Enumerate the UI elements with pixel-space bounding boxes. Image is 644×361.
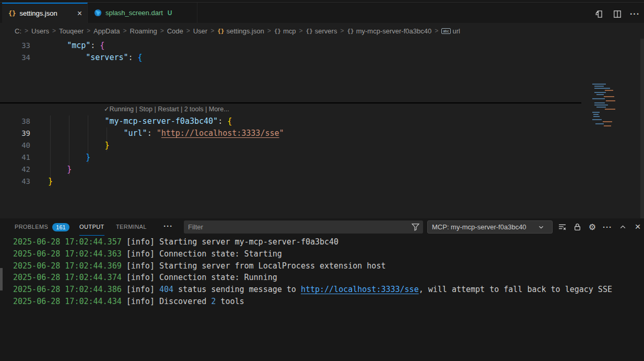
codelens-separator: | [179, 106, 184, 113]
editor-line[interactable]: 39 "url": "http://localhost:3333/sse" [0, 127, 585, 139]
line-number: 40 [0, 139, 30, 152]
minimap[interactable] [585, 83, 618, 127]
codelens-command[interactable]: ✓Running [104, 106, 134, 113]
breadcrumb-item-touqeer[interactable]: Touqeer [59, 27, 84, 35]
codelens-command[interactable]: 2 tools [184, 106, 204, 113]
editor-line[interactable]: 42 } [0, 164, 585, 176]
line-number: 43 [0, 176, 30, 188]
breadcrumb-separator: > [210, 27, 214, 34]
vscode-window: {} settings.json × splash_screen.dart U [0, 0, 644, 361]
filter-input[interactable] [184, 220, 423, 234]
lock-icon[interactable] [571, 220, 583, 234]
close-panel-icon[interactable]: × [631, 220, 644, 234]
log-text: , will attempt to fall back to legacy SS… [419, 285, 612, 294]
line-number: 38 [0, 115, 30, 127]
breadcrumb-item-roaming[interactable]: Roaming [130, 27, 157, 35]
breadcrumb-label: Roaming [130, 27, 157, 35]
tab-label: PROBLEMS [15, 218, 48, 236]
line-number: 33 [0, 40, 30, 52]
editor-line[interactable]: 33 "mcp": { [0, 40, 585, 52]
json-symbol-icon: {} [217, 28, 224, 34]
breadcrumb-label: url [453, 27, 460, 35]
code-token: " [157, 129, 161, 138]
output-log-line: 2025-06-28 17:02:44.434 [info] Discovere… [13, 296, 244, 308]
breadcrumb-label: my-mcp-server-f0a3bc40 [356, 27, 432, 35]
more-actions-icon[interactable]: ··· [630, 9, 640, 19]
breadcrumb-item-mcp[interactable]: {}mcp [274, 27, 296, 35]
code-token: } [67, 165, 72, 174]
breadcrumb-item-appdata[interactable]: AppData [93, 27, 120, 35]
editor-line[interactable]: 38 "my-mcp-server-f0a3bc40": { [0, 115, 585, 127]
breadcrumb-item-url[interactable]: abcurl [441, 27, 460, 35]
output-channel-select[interactable]: MCP: my-mcp-server-f0a3bc40 [427, 220, 553, 234]
breadcrumb-label: AppData [93, 27, 120, 35]
breadcrumb-item-my-mcp-server-f0a3bc40[interactable]: {}my-mcp-server-f0a3bc40 [347, 27, 431, 35]
breadcrumb-label: mcp [283, 27, 296, 35]
log-text: [info] [122, 285, 159, 294]
breadcrumb-separator: > [435, 27, 438, 34]
codelens-separator: | [153, 106, 158, 113]
left-scrollbar-strip[interactable] [0, 268, 3, 290]
code-token: "mcp" [67, 41, 90, 50]
breadcrumb-item-code[interactable]: Code [167, 27, 183, 35]
string-symbol-icon: abc [441, 28, 450, 34]
editor-line[interactable]: 34 "servers": { [0, 52, 585, 64]
editor-line[interactable]: 43} [0, 176, 585, 188]
editor-line[interactable]: 40 } [0, 139, 585, 152]
log-text: [info] Starting server from LocalProcess… [122, 261, 386, 271]
code-editor[interactable]: 33 "mcp": {34 "servers": { ✓Running | St… [0, 39, 644, 218]
codelens-command[interactable]: Restart [158, 106, 179, 113]
more-panel-tabs-icon[interactable]: ··· [163, 218, 173, 236]
code-text: } [48, 152, 90, 164]
tab-terminal[interactable]: TERMINAL [116, 218, 147, 236]
editor-actions: ··· [593, 8, 640, 20]
tab-label: OUTPUT [79, 218, 104, 236]
tab-problems[interactable]: PROBLEMS 161 [15, 218, 69, 236]
dart-file-icon [94, 9, 102, 17]
tab-label: splash_screen.dart [106, 9, 163, 17]
breadcrumb-item-user[interactable]: User [193, 27, 207, 35]
breadcrumb-item-servers[interactable]: {}servers [306, 27, 337, 35]
tab-settings-json[interactable]: {} settings.json × [2, 3, 88, 23]
breadcrumb-label: C: [15, 27, 21, 35]
breadcrumb-separator: > [52, 27, 56, 34]
breadcrumb-item-users[interactable]: Users [31, 27, 49, 35]
editor-line[interactable]: 41 } [0, 152, 585, 164]
maximize-panel-icon[interactable] [616, 220, 629, 234]
code-token: } [104, 141, 109, 150]
open-settings-ui-icon[interactable] [593, 8, 605, 20]
close-tab-icon[interactable]: × [77, 9, 82, 18]
codelens-command[interactable]: More... [209, 106, 229, 113]
codelens-command[interactable]: Stop [139, 106, 153, 113]
breadcrumb-item-settings-json[interactable]: {}settings.json [217, 27, 264, 35]
editor-tab-bar: {} settings.json × splash_screen.dart U [0, 0, 644, 23]
code-token: } [48, 177, 53, 186]
breadcrumb-label: User [193, 27, 207, 35]
breadcrumb-label: settings.json [226, 27, 264, 35]
object-symbol-icon: {} [306, 28, 313, 34]
line-number: 34 [0, 52, 30, 64]
log-link[interactable]: http://localhost:3333/sse [301, 285, 419, 294]
output-log-line: 2025-06-28 17:02:44.374 [info] Connectio… [13, 272, 277, 284]
more-output-actions-icon[interactable]: ··· [601, 220, 614, 234]
breadcrumb-label: Touqeer [59, 27, 84, 35]
breadcrumb-separator: > [87, 27, 90, 34]
codelens-separator: | [134, 106, 139, 113]
output-log[interactable]: 2025-06-28 17:02:44.357 [info] Starting … [0, 236, 644, 361]
code-text: "servers": { [48, 52, 143, 64]
log-number: 2 [211, 297, 216, 306]
output-log-line: 2025-06-28 17:02:44.369 [info] Starting … [13, 260, 385, 272]
panel-action-icons: ⚙ ··· × [556, 220, 644, 234]
json-file-icon: {} [8, 10, 16, 17]
gear-icon[interactable]: ⚙ [586, 220, 599, 234]
bottom-panel: PROBLEMS 161 OUTPUT TERMINAL ··· MCP: my… [0, 218, 644, 361]
panel-header: PROBLEMS 161 OUTPUT TERMINAL ··· MCP: my… [0, 218, 644, 236]
split-editor-icon[interactable] [612, 8, 623, 20]
tab-splash-screen-dart[interactable]: splash_screen.dart U [88, 3, 197, 23]
code-token [48, 53, 86, 62]
editor-scrollbar[interactable] [640, 39, 644, 218]
tab-output[interactable]: OUTPUT [79, 218, 104, 236]
breadcrumb-item-c-[interactable]: C: [15, 27, 21, 35]
clear-output-icon[interactable] [556, 220, 568, 234]
output-channel-value: MCP: my-mcp-server-f0a3bc40 [432, 223, 537, 231]
